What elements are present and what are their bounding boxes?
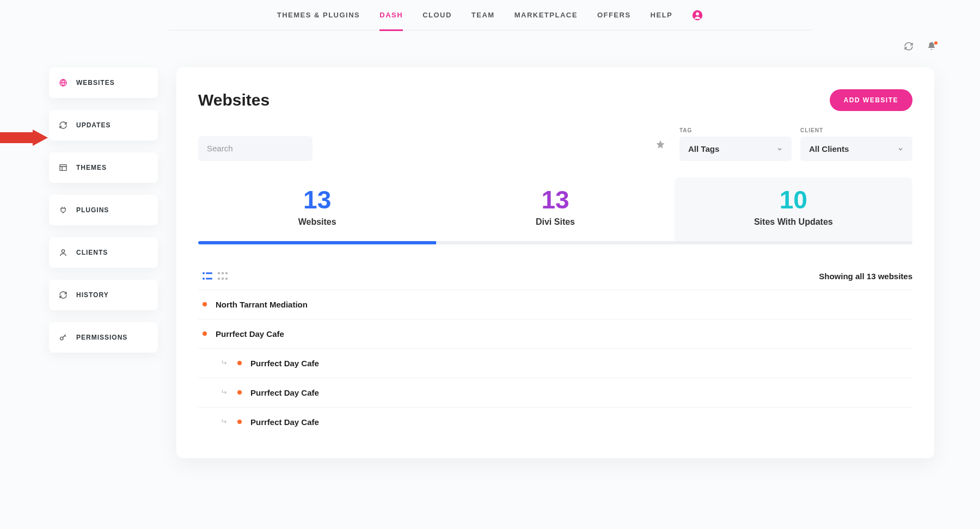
svg-point-5 bbox=[60, 337, 63, 340]
search-input[interactable] bbox=[207, 144, 304, 153]
site-name: Purrfect Day Cafe bbox=[250, 359, 392, 368]
sidebar-item-permissions[interactable]: PERMISSIONS bbox=[49, 322, 158, 353]
sidebar-item-label: WEBSITES bbox=[76, 79, 115, 87]
stat-value: 13 bbox=[442, 186, 669, 214]
svg-rect-15 bbox=[225, 278, 228, 280]
nav-help[interactable]: HELP bbox=[651, 0, 673, 30]
sidebar-item-updates[interactable]: UPDATES bbox=[49, 110, 158, 140]
showing-count: Showing all 13 websites bbox=[819, 272, 912, 281]
tag-filter-label: TAG bbox=[679, 127, 792, 133]
account-icon[interactable] bbox=[692, 10, 703, 21]
svg-rect-14 bbox=[222, 278, 224, 280]
annotation-arrow bbox=[0, 130, 48, 146]
status-dot bbox=[237, 420, 242, 424]
utility-bar bbox=[0, 30, 980, 51]
tab-indicator bbox=[198, 241, 912, 244]
status-dot bbox=[237, 361, 242, 365]
client-select-value: All Clients bbox=[809, 144, 849, 153]
child-arrow-icon bbox=[221, 359, 229, 367]
top-nav: THEMES & PLUGINS DASH CLOUD TEAM MARKETP… bbox=[169, 0, 811, 30]
child-arrow-icon bbox=[221, 389, 229, 396]
star-icon[interactable] bbox=[656, 139, 665, 149]
svg-rect-12 bbox=[225, 272, 228, 274]
sidebar-item-plugins[interactable]: PLUGINS bbox=[49, 195, 158, 225]
nav-dash[interactable]: DASH bbox=[379, 0, 403, 30]
refresh-icon[interactable] bbox=[904, 41, 914, 51]
sidebar-item-history[interactable]: HISTORY bbox=[49, 280, 158, 310]
tag-select[interactable]: All Tags bbox=[679, 137, 792, 161]
site-row[interactable]: Purrfect Day Cafe bbox=[198, 319, 912, 348]
main-panel: Websites ADD WEBSITE TAG All Tags bbox=[176, 67, 934, 458]
svg-point-4 bbox=[62, 250, 64, 253]
client-filter-label: CLIENT bbox=[800, 127, 912, 133]
user-icon bbox=[59, 248, 68, 257]
site-name: Purrfect Day Cafe bbox=[250, 417, 392, 427]
nav-offers[interactable]: OFFERS bbox=[597, 0, 631, 30]
list-view-toggle[interactable] bbox=[203, 272, 212, 280]
sidebar-item-label: THEMES bbox=[76, 164, 107, 171]
stat-tab-websites[interactable]: 13 Websites bbox=[198, 177, 436, 241]
sidebar-item-label: PERMISSIONS bbox=[76, 334, 127, 341]
chevron-down-icon bbox=[897, 146, 904, 152]
svg-rect-13 bbox=[218, 278, 220, 280]
stat-label: Sites With Updates bbox=[680, 217, 907, 227]
site-row[interactable]: North Tarrant Mediation bbox=[198, 290, 912, 319]
svg-point-8 bbox=[203, 278, 205, 280]
sidebar-item-label: PLUGINS bbox=[76, 206, 109, 214]
svg-rect-3 bbox=[60, 165, 66, 171]
notification-dot bbox=[934, 41, 938, 45]
svg-rect-10 bbox=[218, 272, 220, 274]
site-list: North Tarrant Mediation Purrfect Day Caf… bbox=[198, 290, 912, 436]
refresh-icon bbox=[59, 121, 68, 130]
sidebar-item-themes[interactable]: THEMES bbox=[49, 152, 158, 183]
nav-themes-plugins[interactable]: THEMES & PLUGINS bbox=[277, 0, 360, 30]
nav-cloud[interactable]: CLOUD bbox=[422, 0, 452, 30]
status-dot bbox=[237, 390, 242, 395]
globe-icon bbox=[59, 78, 68, 87]
sidebar: WEBSITES UPDATES THEMES PLUGINS CLIENTS bbox=[49, 67, 158, 458]
site-row[interactable]: Purrfect Day Cafe bbox=[198, 378, 912, 407]
chevron-down-icon bbox=[776, 146, 783, 152]
layout-icon bbox=[59, 163, 68, 172]
stat-tab-updates[interactable]: 10 Sites With Updates bbox=[675, 177, 912, 241]
svg-point-6 bbox=[203, 272, 205, 274]
sidebar-item-label: UPDATES bbox=[76, 121, 111, 129]
plug-icon bbox=[59, 206, 68, 214]
page-title: Websites bbox=[198, 91, 270, 109]
child-arrow-icon bbox=[221, 418, 229, 426]
nav-marketplace[interactable]: MARKETPLACE bbox=[514, 0, 578, 30]
site-name: North Tarrant Mediation bbox=[216, 300, 384, 309]
svg-point-1 bbox=[696, 12, 699, 15]
tag-select-value: All Tags bbox=[688, 144, 719, 153]
nav-team[interactable]: TEAM bbox=[471, 0, 495, 30]
stat-label: Websites bbox=[204, 217, 431, 227]
svg-rect-11 bbox=[222, 272, 224, 274]
refresh-icon bbox=[59, 291, 68, 299]
add-website-button[interactable]: ADD WEBSITE bbox=[830, 89, 913, 111]
search-input-wrapper[interactable] bbox=[198, 136, 313, 161]
stat-tab-divi[interactable]: 13 Divi Sites bbox=[436, 177, 674, 241]
site-name: Purrfect Day Cafe bbox=[250, 388, 392, 397]
sidebar-item-websites[interactable]: WEBSITES bbox=[49, 67, 158, 98]
svg-rect-7 bbox=[206, 273, 212, 274]
sidebar-item-clients[interactable]: CLIENTS bbox=[49, 237, 158, 268]
stat-value: 10 bbox=[680, 186, 907, 214]
status-dot bbox=[203, 331, 207, 336]
sidebar-item-label: CLIENTS bbox=[76, 249, 108, 256]
site-row[interactable]: Purrfect Day Cafe bbox=[198, 348, 912, 378]
grid-view-toggle[interactable] bbox=[218, 272, 228, 280]
stat-label: Divi Sites bbox=[442, 217, 669, 227]
sidebar-item-label: HISTORY bbox=[76, 291, 109, 299]
site-row[interactable]: Purrfect Day Cafe bbox=[198, 407, 912, 436]
svg-rect-9 bbox=[206, 278, 212, 280]
key-icon bbox=[59, 333, 68, 342]
site-name: Purrfect Day Cafe bbox=[216, 329, 384, 339]
status-dot bbox=[203, 302, 207, 306]
client-select[interactable]: All Clients bbox=[800, 137, 912, 161]
bell-icon[interactable] bbox=[927, 41, 936, 51]
stat-value: 13 bbox=[204, 186, 431, 214]
